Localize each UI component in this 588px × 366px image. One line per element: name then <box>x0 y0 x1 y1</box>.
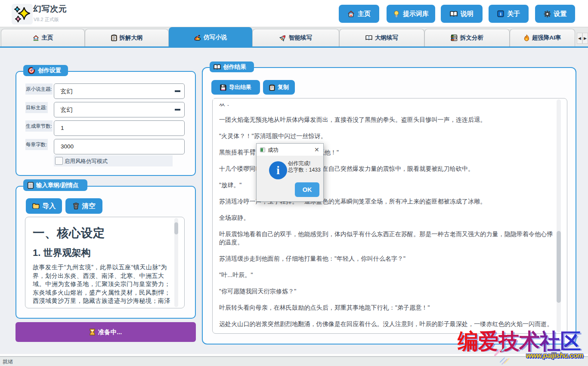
svg-text:i: i <box>500 11 501 16</box>
